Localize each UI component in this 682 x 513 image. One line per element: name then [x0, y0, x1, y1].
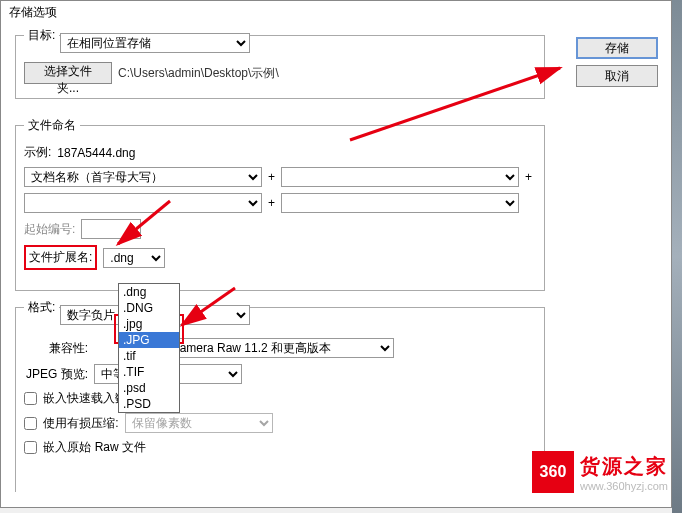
choose-folder-button[interactable]: 选择文件夹... [24, 62, 112, 84]
ext-option-TIF[interactable]: .TIF [119, 364, 179, 380]
titlebar: 存储选项 [1, 1, 671, 23]
naming-seg3-select[interactable] [24, 193, 262, 213]
jpeg-preview-label: JPEG 预览: [24, 366, 88, 383]
example-value: 187A5444.dng [57, 146, 135, 160]
watermark-name: 货源之家 [580, 453, 668, 480]
ext-label: 文件扩展名: [24, 245, 97, 270]
ext-option-tif[interactable]: .tif [119, 348, 179, 364]
naming-fieldset: 文件命名 示例: 187A5444.dng 文档名称（首字母大写） + + + [15, 117, 545, 291]
compat-label: 兼容性: [24, 340, 88, 357]
format-legend: 格式: [24, 299, 59, 316]
ext-option-JPG[interactable]: .JPG [119, 332, 179, 348]
dialog-window: 存储选项 存储 取消 目标: 在相同位置存储 选择文件夹... C:\Users… [0, 0, 672, 508]
lossy-checkbox[interactable] [24, 417, 37, 430]
ext-option-PSD[interactable]: .PSD [119, 396, 179, 412]
ext-option-jpg[interactable]: .jpg [119, 316, 179, 332]
plus-2: + [525, 170, 532, 184]
naming-legend: 文件命名 [24, 117, 80, 134]
save-button[interactable]: 存储 [576, 37, 658, 59]
cancel-button[interactable]: 取消 [576, 65, 658, 87]
plus-3: + [268, 196, 275, 210]
naming-seg2-select[interactable] [281, 167, 519, 187]
naming-seg1-select[interactable]: 文档名称（首字母大写） [24, 167, 262, 187]
naming-seg4-select[interactable] [281, 193, 519, 213]
side-buttons: 存储 取消 [576, 37, 658, 87]
target-location-select[interactable]: 在相同位置存储 [60, 33, 250, 53]
target-path: C:\Users\admin\Desktop\示例\ [118, 65, 279, 82]
watermark: 360 货源之家 www.360hyzj.com [532, 451, 668, 493]
embed-raw-checkbox[interactable] [24, 441, 37, 454]
embed-fastload-checkbox[interactable] [24, 392, 37, 405]
dialog-title: 存储选项 [9, 5, 57, 19]
ext-option-dng[interactable]: .dng [119, 284, 179, 300]
dialog-content: 存储 取消 目标: 在相同位置存储 选择文件夹... C:\Users\admi… [1, 23, 671, 510]
lossy-label[interactable]: 使用有损压缩: [24, 415, 119, 432]
plus-1: + [268, 170, 275, 184]
start-num-input[interactable] [81, 219, 141, 239]
watermark-url: www.360hyzj.com [580, 480, 668, 492]
target-legend: 目标: [24, 27, 59, 44]
ext-option-DNG[interactable]: .DNG [119, 300, 179, 316]
compat-select[interactable]: Camera Raw 11.2 和更高版本 [164, 338, 394, 358]
embed-raw-label[interactable]: 嵌入原始 Raw 文件 [24, 439, 146, 456]
target-fieldset: 目标: 在相同位置存储 选择文件夹... C:\Users\admin\Desk… [15, 27, 545, 99]
right-edge-decor [672, 0, 682, 513]
lossy-select[interactable]: 保留像素数 [125, 413, 273, 433]
ext-select[interactable]: .dng [103, 248, 165, 268]
format-fieldset: 格式: 数字负片 兼容性: Camera Raw 11.2 和更高版本 JPEG… [15, 299, 545, 492]
watermark-logo: 360 [532, 451, 574, 493]
ext-option-psd[interactable]: .psd [119, 380, 179, 396]
ext-dropdown-list[interactable]: .dng .DNG .jpg .JPG .tif .TIF .psd .PSD [118, 283, 180, 413]
example-label: 示例: [24, 144, 51, 161]
start-num-label: 起始编号: [24, 221, 75, 238]
